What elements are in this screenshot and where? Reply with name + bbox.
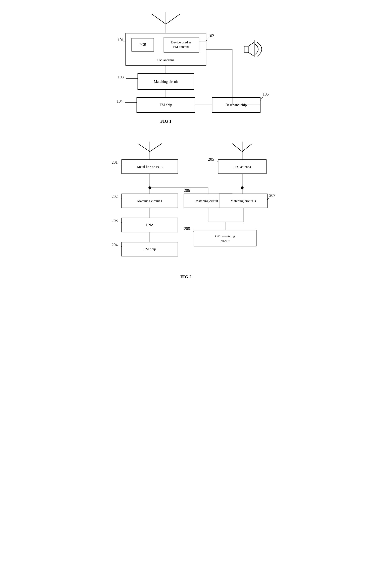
svg-text:FM antenna: FM antenna (173, 45, 190, 49)
ref-104: 104 (117, 99, 123, 103)
ref-103: 103 (118, 75, 124, 79)
svg-line-3 (166, 14, 180, 24)
svg-line-59 (242, 144, 252, 152)
fig1: PCB Device used as FM antenna FM antenna… (106, 4, 286, 130)
svg-text:GPS receiving: GPS receiving (215, 234, 235, 238)
ref-206: 206 (184, 188, 190, 193)
ref-205: 205 (208, 157, 214, 162)
svg-text:PCB: PCB (139, 43, 146, 47)
svg-text:Matching circuit 2: Matching circuit 2 (196, 199, 221, 203)
ref-102: 102 (208, 34, 214, 38)
ref-208: 208 (184, 226, 190, 231)
ref-202: 202 (112, 194, 118, 199)
svg-text:Matching circuit 3: Matching circuit 3 (231, 199, 256, 203)
figures-container: PCB Device used as FM antenna FM antenna… (102, 4, 290, 285)
svg-marker-29 (248, 42, 254, 56)
ref-101: 101 (118, 38, 124, 42)
ref-207: 207 (269, 193, 275, 198)
svg-text:FM antenna: FM antenna (157, 58, 175, 62)
svg-text:FM chip: FM chip (144, 247, 156, 251)
svg-line-1 (152, 14, 166, 24)
fig1-title: FIG 1 (160, 119, 171, 124)
svg-line-57 (232, 144, 242, 152)
svg-text:Matching circuit 1: Matching circuit 1 (137, 199, 162, 203)
svg-text:Metal line on PCB: Metal line on PCB (137, 165, 162, 169)
svg-text:Device used as: Device used as (171, 40, 192, 44)
ref-201: 201 (112, 160, 118, 164)
svg-text:FPC antenna: FPC antenna (233, 165, 251, 169)
svg-line-25 (260, 97, 263, 101)
svg-line-37 (150, 144, 162, 152)
svg-text:LNA: LNA (146, 223, 154, 227)
ref-204: 204 (112, 242, 118, 247)
fig1-svg: PCB Device used as FM antenna FM antenna… (106, 4, 286, 129)
svg-line-35 (138, 144, 150, 152)
svg-text:circuit: circuit (221, 239, 230, 243)
svg-rect-76 (194, 230, 256, 246)
svg-rect-32 (244, 46, 248, 52)
ref-203: 203 (112, 218, 118, 223)
fig2: Metal line on PCB 201 Matching circuit 1… (106, 137, 286, 285)
fig2-svg: Metal line on PCB 201 Matching circuit 1… (106, 137, 286, 284)
svg-text:FM chip: FM chip (160, 103, 172, 107)
svg-text:Matching circuit: Matching circuit (154, 80, 178, 84)
fig2-title: FIG 2 (180, 274, 192, 279)
ref-105: 105 (263, 92, 269, 96)
